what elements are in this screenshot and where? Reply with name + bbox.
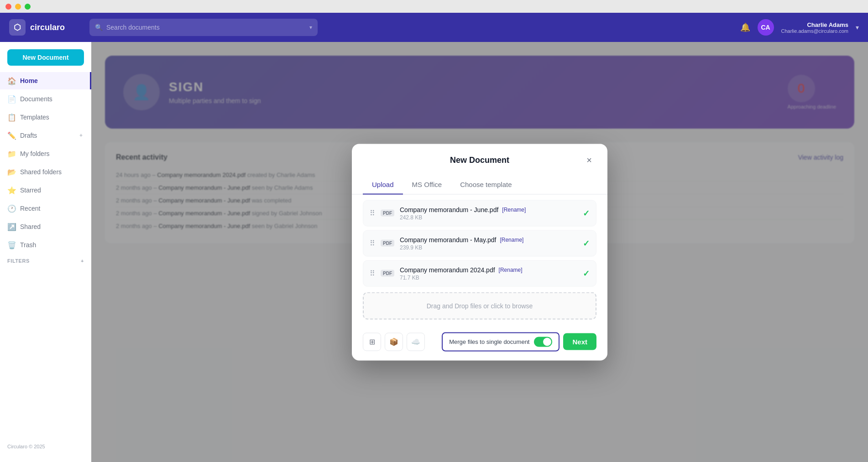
content-area: 👤 SIGN Multiple parties and them to sign… [91, 42, 868, 462]
starred-icon: ⭐ [7, 186, 16, 194]
main-layout: New Document 🏠 Home 📄 Documents 📋 Templa… [0, 42, 868, 462]
sidebar-item-trash[interactable]: 🗑️ Trash [0, 236, 91, 254]
file-size-2: 239.9 KB [400, 244, 577, 250]
app-title: circularo [30, 23, 65, 32]
sidebar-item-recent[interactable]: 🕐 Recent [0, 200, 91, 217]
drive-button[interactable]: ☁️ [407, 332, 425, 351]
modal-footer: ⊞ 📦 ☁️ Merge files to single document [352, 327, 607, 360]
header-right: 🔔 CA Charlie Adams Charlie.adams@circula… [740, 19, 859, 36]
sidebar-label-starred: Starred [20, 187, 41, 194]
title-bar [0, 0, 868, 13]
modal-backdrop[interactable]: New Document × Upload MS Office Choose t… [91, 42, 868, 462]
sidebar-item-shared[interactable]: ↗️ Shared [0, 218, 91, 235]
file-check-1: ✓ [583, 208, 590, 218]
documents-icon: 📄 [7, 95, 16, 103]
file-size-3: 71.7 KB [400, 274, 577, 280]
tab-choose-template[interactable]: Choose template [451, 175, 521, 194]
search-bar[interactable]: 🔍 Search documents ▾ [89, 19, 318, 36]
new-document-modal: New Document × Upload MS Office Choose t… [352, 144, 607, 360]
user-email: Charlie.adams@circularo.com [781, 28, 849, 34]
filters-label: FILTERS [7, 258, 30, 264]
sidebar-item-drafts[interactable]: ✏️ Drafts + [0, 127, 91, 144]
file-info-2: Company memorandum - May.pdf [Rename] 23… [400, 236, 577, 250]
sidebar-item-templates[interactable]: 📋 Templates [0, 109, 91, 126]
merge-toggle[interactable] [534, 337, 552, 347]
sidebar-footer: Circularo © 2025 [0, 438, 91, 455]
toggle-thumb [543, 337, 551, 346]
my-folders-icon: 📁 [7, 150, 16, 158]
drop-zone-text: Drag and Drop files or click to browse [427, 302, 533, 309]
shared-icon: ↗️ [7, 223, 16, 231]
trash-icon: 🗑️ [7, 241, 16, 249]
file-check-2: ✓ [583, 238, 590, 248]
file-item-1: ⠿ PDF Company memorandum - June.pdf [Ren… [363, 200, 596, 226]
sidebar-label-my-folders: My folders [20, 150, 50, 157]
file-list: ⠿ PDF Company memorandum - June.pdf [Ren… [352, 194, 607, 292]
file-type-2: PDF [381, 240, 394, 247]
rename-link-1[interactable]: [Rename] [502, 206, 526, 213]
drag-handle-1[interactable]: ⠿ [370, 209, 375, 218]
templates-icon: 📋 [7, 113, 16, 121]
file-name-2: Company memorandum - May.pdf [Rename] [400, 236, 577, 243]
sidebar-item-starred[interactable]: ⭐ Starred [0, 182, 91, 199]
app-header: ⬡ circularo 🔍 Search documents ▾ 🔔 CA Ch… [0, 13, 868, 42]
file-name-3: Company memorandum 2024.pdf [Rename] [400, 266, 577, 273]
file-item-2: ⠿ PDF Company memorandum - May.pdf [Rena… [363, 230, 596, 256]
file-name-1: Company memorandum - June.pdf [Rename] [400, 206, 577, 213]
logo-icon: ⬡ [9, 19, 26, 36]
sidebar: New Document 🏠 Home 📄 Documents 📋 Templa… [0, 42, 91, 462]
search-dropdown-icon[interactable]: ▾ [309, 24, 312, 31]
dropbox-icon: 📦 [389, 337, 398, 346]
search-icon: 🔍 [95, 24, 103, 31]
user-info: Charlie Adams Charlie.adams@circularo.co… [781, 21, 849, 34]
filters-add[interactable]: + [81, 258, 84, 264]
file-item-3: ⠿ PDF Company memorandum 2024.pdf [Renam… [363, 260, 596, 286]
user-menu-icon[interactable]: ▾ [856, 24, 859, 31]
sidebar-label-shared: Shared [20, 223, 41, 230]
sidebar-item-my-folders[interactable]: 📁 My folders [0, 145, 91, 162]
logo-area: ⬡ circularo [9, 19, 82, 36]
drop-zone[interactable]: Drag and Drop files or click to browse [363, 292, 596, 319]
drafts-icon: ✏️ [7, 131, 16, 140]
merge-label: Merge files to single document [449, 338, 529, 345]
home-icon: 🏠 [7, 77, 16, 85]
rename-link-2[interactable]: [Rename] [500, 236, 523, 243]
close-button[interactable] [5, 4, 11, 10]
sidebar-label-home: Home [20, 77, 38, 84]
rename-link-3[interactable]: [Rename] [499, 266, 523, 273]
drive-icon: ☁️ [411, 337, 420, 346]
next-button[interactable]: Next [563, 333, 596, 350]
sidebar-label-drafts: Drafts [20, 132, 37, 139]
drag-handle-2[interactable]: ⠿ [370, 239, 375, 248]
recent-icon: 🕐 [7, 204, 16, 213]
maximize-button[interactable] [25, 4, 31, 10]
filters-section: FILTERS + [0, 254, 91, 265]
shared-folders-icon: 📂 [7, 168, 16, 176]
footer-icons: ⊞ 📦 ☁️ [363, 332, 425, 351]
footer-right: Merge files to single document Next [442, 332, 596, 351]
sidebar-item-shared-folders[interactable]: 📂 Shared folders [0, 163, 91, 181]
merge-toggle-container[interactable]: Merge files to single document [442, 332, 559, 351]
notification-icon[interactable]: 🔔 [740, 22, 750, 32]
drafts-expand[interactable]: + [79, 132, 83, 139]
search-placeholder: Search documents [106, 24, 160, 31]
modal-title: New Document [377, 156, 582, 165]
dropbox-button[interactable]: 📦 [385, 332, 403, 351]
file-type-3: PDF [381, 270, 394, 277]
sidebar-item-documents[interactable]: 📄 Documents [0, 90, 91, 108]
sidebar-label-trash: Trash [20, 241, 36, 249]
modal-close-button[interactable]: × [582, 153, 596, 167]
tab-upload[interactable]: Upload [363, 175, 403, 194]
file-info-1: Company memorandum - June.pdf [Rename] 2… [400, 206, 577, 220]
sidebar-item-home[interactable]: 🏠 Home [0, 72, 91, 89]
tab-ms-office[interactable]: MS Office [403, 175, 451, 194]
grid-icon: ⊞ [369, 337, 375, 346]
grid-view-button[interactable]: ⊞ [363, 332, 381, 351]
sidebar-label-documents: Documents [20, 95, 52, 103]
modal-header: New Document × [352, 144, 607, 167]
drag-handle-3[interactable]: ⠿ [370, 269, 375, 278]
modal-tabs: Upload MS Office Choose template [352, 175, 607, 194]
new-document-button[interactable]: New Document [7, 49, 84, 66]
user-name: Charlie Adams [781, 21, 849, 28]
minimize-button[interactable] [15, 4, 21, 10]
